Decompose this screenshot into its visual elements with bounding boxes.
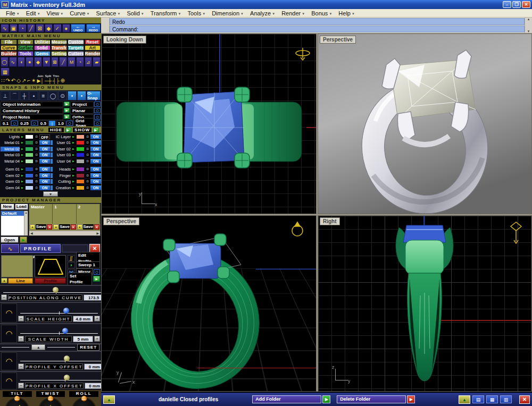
layer-color-swatch[interactable] — [76, 167, 85, 172]
menu-item-view[interactable]: View▼ — [44, 10, 67, 16]
center-snap-icon[interactable]: ◯ — [48, 91, 57, 100]
layer-color-swatch[interactable] — [76, 153, 85, 157]
line-icon[interactable]: ╱ — [59, 57, 67, 67]
layer-state-button[interactable]: ON — [90, 179, 101, 184]
snap-mode-b-icon[interactable]: • — [77, 91, 86, 100]
mm-reset-button[interactable]: Reset — [85, 39, 101, 45]
layer-state-button[interactable]: ON — [39, 140, 50, 145]
mid-snap-icon[interactable]: ▪ — [29, 91, 38, 100]
add-folder-arrow-icon[interactable]: ▶ — [322, 395, 330, 403]
list-view-icon[interactable]: ▥ — [500, 395, 512, 403]
hook-icon[interactable]: ◔ — [76, 57, 84, 67]
save-button[interactable]: Save — [36, 224, 46, 230]
layer-color-swatch[interactable] — [25, 159, 34, 164]
undo-button[interactable]: ←UNDO — [71, 24, 85, 32]
position-value[interactable]: 173.5 — [84, 294, 101, 301]
layer-state-button[interactable]: ON — [39, 147, 50, 151]
profile-x-offset-handle[interactable] — [64, 375, 70, 380]
increment-0.1-radio[interactable]: O — [11, 121, 18, 126]
hide-arrow-icon[interactable]: ▶ — [65, 128, 71, 132]
layer-state-button[interactable]: ON — [39, 179, 50, 184]
menu-item-bonus[interactable]: Bonus▼ — [308, 10, 335, 16]
mm-utilities-button[interactable]: Utilities — [34, 39, 51, 45]
scroll-down-icon[interactable]: ▼ — [525, 30, 532, 33]
history-check-icon[interactable]: ✓ — [53, 24, 62, 32]
layer-color-swatch[interactable] — [25, 147, 34, 151]
layer-state-button[interactable]: ON — [39, 153, 50, 157]
increment-0.5-radio[interactable]: | — [49, 121, 55, 126]
mm-gems-button[interactable]: Gems — [34, 51, 51, 56]
twist-dial[interactable]: ⌒ ┼ — [38, 397, 63, 406]
increment-0.5[interactable]: 0.5 — [38, 121, 48, 126]
layer-arrow-icon[interactable]: ▶ — [71, 153, 76, 157]
layer-lock-icon[interactable]: ◘ — [34, 134, 39, 139]
scroll-left-icon[interactable]: ◀ — [30, 231, 33, 235]
corner-icon[interactable]: ⌐ — [27, 78, 30, 84]
layer-arrow-icon[interactable]: ▶ — [20, 173, 24, 178]
layer-color-swatch[interactable] — [25, 179, 34, 184]
layer-lock-icon[interactable]: ◘ — [34, 179, 39, 184]
layer-state-button[interactable]: ON — [39, 159, 50, 164]
layer-arrow-icon[interactable]: ▶ — [71, 173, 76, 178]
profile-y-offset-track[interactable] — [18, 355, 101, 363]
viewport-perspective-model-label[interactable]: Perspective — [103, 217, 139, 225]
increment-0.25-radio[interactable]: O — [31, 121, 38, 126]
layer-arrow-icon[interactable]: ▶ — [20, 159, 24, 164]
point-snap-icon[interactable]: ┼ — [20, 91, 29, 100]
set-profile-button[interactable]: Set Profile — [68, 273, 92, 285]
reset-collapse-button[interactable]: ▲ — [31, 344, 45, 350]
arc-cw-icon[interactable]: ↷ — [5, 78, 10, 84]
command-history-line[interactable]: Redo — [110, 18, 525, 25]
layer-lock-icon[interactable]: ◘ — [34, 140, 39, 145]
tilt-dial[interactable]: ⌒ ╱ — [5, 397, 29, 406]
profile-x-offset-track[interactable] — [18, 374, 101, 382]
layers-collapse-button[interactable]: ▼ — [43, 191, 58, 197]
planar-mode-button[interactable]: Planar — [70, 108, 94, 114]
mm-render-button[interactable]: Render — [85, 51, 101, 56]
gem-icon[interactable]: ◆ — [34, 57, 42, 67]
viewport-looking-down-label[interactable]: Looking Down — [103, 36, 146, 44]
slot-delete-icon[interactable]: ✕ — [94, 224, 99, 230]
scale-height-minus-button[interactable]: − — [18, 316, 24, 322]
project-column-2[interactable]: 2 — [77, 204, 100, 224]
layer-arrow-icon[interactable]: ▶ — [71, 185, 76, 190]
project-list-scrollbar[interactable]: ▲ — [24, 211, 28, 235]
mm-solid-button[interactable]: Solid — [34, 45, 51, 50]
join-tool[interactable]: Join▶│ — [37, 74, 44, 84]
increment-0.25[interactable]: 0.25 — [18, 121, 31, 126]
layer-color-swatch[interactable] — [76, 185, 85, 190]
open-project-button[interactable]: Open — [1, 236, 19, 243]
hide-button[interactable]: HIDE — [48, 128, 64, 132]
add-folder-button[interactable]: Add Folder — [252, 395, 321, 403]
layer-arrow-icon[interactable]: ▶ — [20, 140, 24, 145]
layer-arrow-icon[interactable]: ▶ — [71, 134, 76, 139]
layer-color-swatch[interactable] — [25, 173, 34, 178]
delete-folder-arrow-icon[interactable]: ▶ — [407, 395, 415, 403]
flag-icon[interactable]: ▰ — [93, 57, 101, 67]
layer-state-button[interactable]: ON — [90, 173, 101, 178]
project-list[interactable]: Default ▲ — [1, 210, 28, 236]
layer-color-swatch[interactable] — [25, 153, 34, 157]
layer-state-button[interactable]: ON — [90, 140, 101, 145]
layer-color-swatch[interactable] — [25, 167, 34, 172]
burst-icon[interactable]: ✶ — [31, 78, 36, 84]
mm-surface-button[interactable]: Surface — [18, 45, 34, 50]
viewport-right[interactable]: Right — [318, 215, 532, 392]
layer-state-button[interactable]: ON — [90, 185, 101, 190]
library-close-button[interactable]: ✕ — [519, 395, 530, 404]
sphere-icon[interactable]: ● — [26, 57, 34, 67]
viewport-right-label[interactable]: Right — [320, 217, 340, 225]
library-expand-right-button[interactable]: ▲ — [459, 395, 470, 404]
roll-dial[interactable]: ⌒ ◠ — [72, 397, 96, 406]
layer-lock-icon[interactable]: ◘ — [34, 159, 39, 164]
scale-width-handle[interactable] — [62, 328, 68, 334]
shovel-icon[interactable]: ▼ — [43, 57, 51, 67]
layer-arrow-icon[interactable]: ▶ — [71, 159, 76, 164]
line-preview-box[interactable] — [1, 255, 33, 277]
mm-tools-button[interactable]: Tools — [18, 51, 34, 56]
history-curve-icon[interactable]: ∿ — [1, 24, 9, 32]
new-project-button[interactable]: New — [1, 204, 14, 210]
mm-builder-button[interactable]: Builder — [1, 51, 17, 56]
history-box-icon[interactable]: ▣ — [10, 24, 18, 32]
scale-width-plus-button[interactable]: + — [94, 336, 100, 342]
